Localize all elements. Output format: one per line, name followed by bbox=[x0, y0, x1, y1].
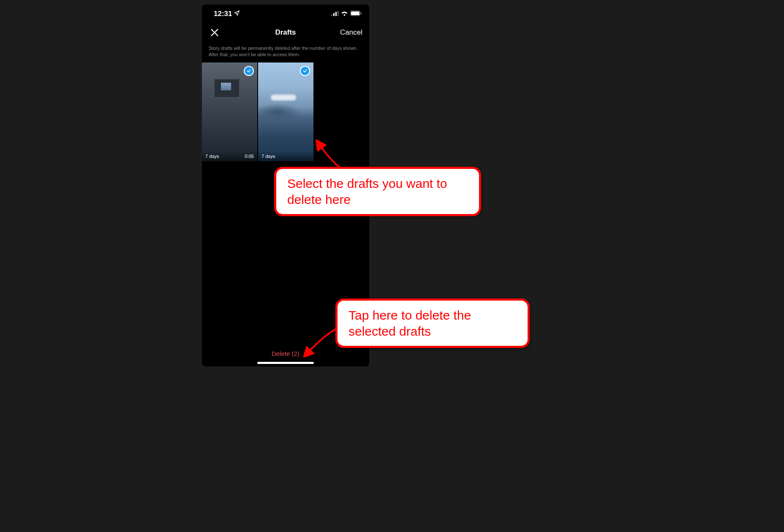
svg-rect-0 bbox=[331, 14, 332, 16]
close-icon bbox=[210, 28, 219, 37]
selected-check-icon bbox=[300, 66, 310, 76]
nav-bar: Drafts Cancel bbox=[202, 23, 369, 42]
svg-rect-5 bbox=[351, 11, 359, 15]
annotation-text: Select the drafts you want to delete her… bbox=[287, 176, 447, 206]
annotation-callout: Select the drafts you want to delete her… bbox=[274, 167, 481, 216]
svg-rect-1 bbox=[333, 13, 335, 16]
annotation-callout: Tap here to delete the selected drafts bbox=[335, 299, 530, 348]
home-indicator[interactable] bbox=[257, 362, 314, 364]
info-text: Story drafts will be permanently deleted… bbox=[202, 42, 369, 62]
draft-days-label: 7 days bbox=[261, 154, 275, 159]
draft-info: 7 days 0:05 bbox=[202, 151, 257, 161]
draft-days-label: 7 days bbox=[205, 154, 219, 159]
cancel-button[interactable]: Cancel bbox=[340, 28, 362, 37]
close-button[interactable] bbox=[209, 27, 220, 38]
status-time: 12:31 bbox=[214, 10, 232, 18]
svg-rect-2 bbox=[335, 12, 337, 16]
status-right bbox=[331, 10, 362, 18]
signal-icon bbox=[331, 10, 339, 18]
draft-info: 7 days bbox=[258, 151, 313, 161]
draft-thumbnail bbox=[258, 62, 313, 161]
draft-item[interactable]: 7 days 0:05 bbox=[202, 62, 257, 161]
svg-rect-3 bbox=[338, 11, 339, 16]
draft-thumbnail bbox=[202, 62, 257, 161]
svg-rect-6 bbox=[361, 12, 362, 14]
draft-duration: 0:05 bbox=[245, 154, 254, 159]
annotation-text: Tap here to delete the selected drafts bbox=[348, 308, 471, 338]
selected-check-icon bbox=[244, 66, 254, 76]
status-left: 12:31 bbox=[214, 10, 240, 18]
wifi-icon bbox=[341, 10, 348, 18]
status-bar: 12:31 bbox=[202, 5, 369, 23]
battery-icon bbox=[350, 10, 362, 18]
draft-item[interactable]: 7 days bbox=[258, 62, 313, 161]
location-icon bbox=[234, 10, 240, 18]
delete-button[interactable]: Delete (2) bbox=[272, 350, 299, 357]
nav-title: Drafts bbox=[275, 28, 296, 37]
